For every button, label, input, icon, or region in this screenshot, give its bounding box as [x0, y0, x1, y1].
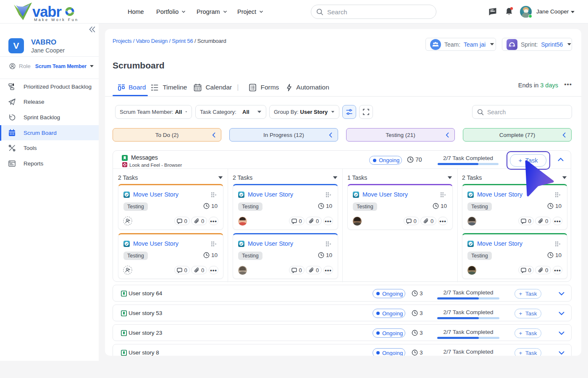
svg-text:Make Work Fun: Make Work Fun: [34, 18, 77, 21]
